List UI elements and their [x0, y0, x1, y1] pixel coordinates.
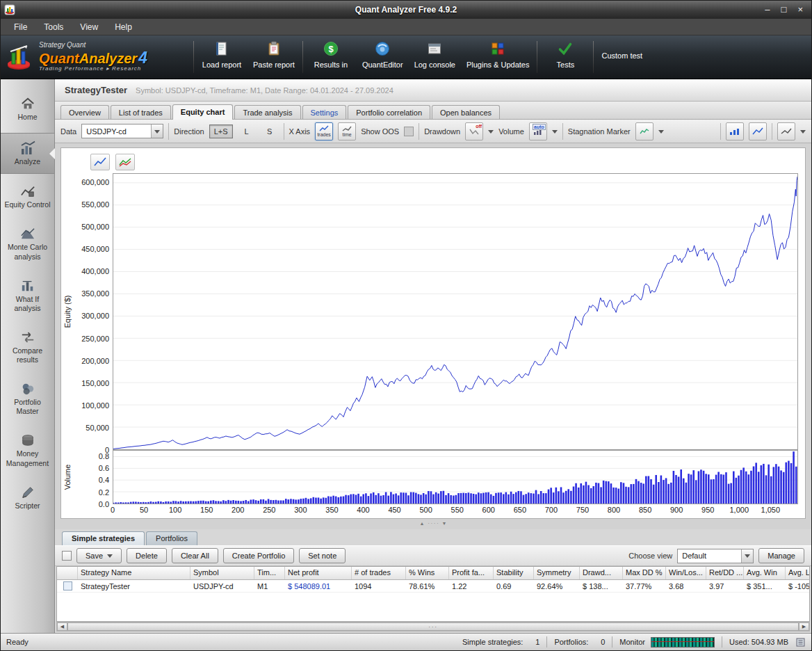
- row-checkbox[interactable]: [63, 581, 72, 590]
- direction-long-button[interactable]: L: [238, 124, 256, 138]
- save-button[interactable]: Save: [76, 548, 122, 563]
- tab-portfolio-correlation[interactable]: Portfolio correlation: [348, 105, 430, 119]
- column-pct-wins[interactable]: % Wins: [406, 567, 449, 579]
- splitter-down-icon[interactable]: ▼: [442, 521, 447, 526]
- column-avg-loss[interactable]: Avg. Los...: [786, 567, 810, 579]
- column-profit-factor[interactable]: Profit fa...: [449, 567, 494, 579]
- menu-view[interactable]: View: [72, 20, 106, 34]
- column-stability[interactable]: Stability: [494, 567, 534, 579]
- memory-bin-icon[interactable]: [795, 637, 806, 648]
- histogram-view-button[interactable]: [726, 122, 744, 140]
- horizontal-scrollbar[interactable]: ◀ ∙∙∙ ▶: [56, 622, 810, 632]
- column-strategy-name[interactable]: Strategy Name: [78, 567, 190, 579]
- line-view-button[interactable]: [749, 122, 767, 140]
- scroll-left-arrow[interactable]: ◀: [57, 622, 67, 631]
- sidebar-item-label: Home: [17, 113, 37, 122]
- splitter-up-icon[interactable]: ▲: [419, 521, 424, 526]
- column-num-trades[interactable]: # of trades: [352, 567, 406, 579]
- column-timeframe[interactable]: Tim...: [254, 567, 285, 579]
- sidebar-item-analyze[interactable]: Analyze: [1, 133, 54, 174]
- stagnation-marker-button[interactable]: [635, 122, 653, 140]
- splitter-pager[interactable]: ▲ · · · · ▼: [55, 519, 811, 528]
- stagnation-marker-label: Stagnation Marker: [568, 127, 631, 136]
- header-checkbox-column: [57, 567, 78, 579]
- manage-button[interactable]: Manage: [758, 548, 804, 563]
- paste-report-button[interactable]: Paste report: [247, 35, 300, 79]
- quanteditor-button[interactable]: QuantEditor: [357, 35, 409, 79]
- equity-plot[interactable]: [113, 173, 798, 450]
- set-note-button[interactable]: Set note: [299, 548, 346, 563]
- data-label: Data: [60, 127, 76, 136]
- data-combobox[interactable]: USDJPY-cd: [81, 124, 163, 138]
- direction-long-short-button[interactable]: L+S: [209, 124, 233, 138]
- sidebar-item-scripter[interactable]: Scripter: [1, 479, 54, 517]
- direction-short-button[interactable]: S: [261, 124, 279, 138]
- stagnation-dropdown-arrow[interactable]: [658, 130, 664, 136]
- clear-all-button[interactable]: Clear All: [172, 548, 218, 563]
- sidebar-item-compare-results[interactable]: Compare results: [1, 324, 54, 371]
- results-in-button[interactable]: $ Results in: [305, 35, 357, 79]
- xaxis-trades-button[interactable]: trades: [315, 122, 333, 140]
- tab-overview[interactable]: Overview: [60, 105, 109, 119]
- menu-help[interactable]: Help: [107, 20, 140, 34]
- xaxis-time-button[interactable]: time: [338, 122, 356, 140]
- column-ret-dd[interactable]: Ret/DD ...: [706, 567, 744, 579]
- scroll-right-arrow[interactable]: ▶: [799, 622, 809, 631]
- tab-equity-chart[interactable]: Equity chart: [172, 104, 234, 120]
- save-dropdown-arrow[interactable]: [107, 554, 113, 561]
- column-net-profit[interactable]: Net profit: [285, 567, 352, 579]
- chart-type-button[interactable]: [777, 122, 795, 140]
- table-row[interactable]: StrategyTester USDJPY-cd M1 $ 548089.01 …: [57, 580, 809, 593]
- volume-dropdown-arrow[interactable]: [552, 130, 558, 136]
- tab-trade-analysis[interactable]: Trade analysis: [234, 105, 300, 119]
- sidebar-item-money-management[interactable]: Money Management: [1, 427, 54, 474]
- maximize-button[interactable]: □: [781, 1, 787, 19]
- delete-button[interactable]: Delete: [127, 548, 167, 563]
- column-drawdown[interactable]: Drawd...: [580, 567, 623, 579]
- column-avg-win[interactable]: Avg. Win: [744, 567, 786, 579]
- drawdown-dropdown-arrow[interactable]: [488, 130, 494, 136]
- drawdown-button[interactable]: off: [465, 122, 483, 140]
- tab-list-of-trades[interactable]: List of trades: [111, 105, 171, 119]
- column-win-loss[interactable]: Win/Los...: [666, 567, 706, 579]
- volume-button[interactable]: auto: [529, 122, 547, 140]
- multi-series-chart-button[interactable]: [115, 154, 135, 170]
- sidebar-item-home[interactable]: Home: [1, 90, 54, 129]
- column-symmetry[interactable]: Symmetry: [534, 567, 580, 579]
- show-oos-checkbox[interactable]: [404, 127, 414, 136]
- cell-symbol: USDJPY-cd: [190, 582, 254, 590]
- plugins-updates-button[interactable]: Plugins & Updates: [461, 35, 535, 79]
- load-report-button[interactable]: Load report: [196, 35, 247, 79]
- tests-button[interactable]: Tests: [539, 35, 591, 79]
- column-max-dd[interactable]: Max DD %: [623, 567, 666, 579]
- column-symbol[interactable]: Symbol: [190, 567, 254, 579]
- sidebar-item-portfolio-master[interactable]: Portfolio Master: [1, 376, 54, 423]
- select-all-checkbox[interactable]: [62, 551, 72, 561]
- tab-settings[interactable]: Settings: [302, 105, 347, 119]
- menu-tools[interactable]: Tools: [36, 20, 71, 34]
- multi-series-icon: [119, 157, 131, 167]
- scrollbar-thumb[interactable]: ∙∙∙: [67, 622, 799, 631]
- menu-file[interactable]: File: [6, 20, 35, 34]
- chart-type-dropdown-arrow[interactable]: [800, 130, 806, 136]
- x-axis-tick: 200: [232, 506, 244, 514]
- sidebar-item-what-if[interactable]: What If analysis: [1, 273, 54, 320]
- sidebar-item-label: Equity Control: [5, 200, 51, 209]
- tab-portfolios[interactable]: Portfolios: [146, 531, 197, 545]
- minimize-button[interactable]: –: [765, 1, 770, 19]
- volume-plot[interactable]: [113, 450, 798, 504]
- tab-open-balances[interactable]: Open balances: [432, 105, 500, 119]
- chevron-down-icon[interactable]: [151, 124, 163, 138]
- custom-test-button[interactable]: Custom test: [596, 35, 648, 79]
- log-console-button[interactable]: Log console: [409, 35, 461, 79]
- sidebar-item-monte-carlo[interactable]: Monte Carlo analysis: [1, 220, 54, 268]
- tab-simple-strategies[interactable]: Simple strategies: [62, 531, 145, 545]
- sidebar-item-equity-control[interactable]: Equity Control: [1, 178, 54, 216]
- choose-view-combobox[interactable]: Default: [677, 549, 754, 563]
- toolbar-separator: [537, 41, 537, 73]
- close-button[interactable]: ×: [797, 1, 803, 19]
- create-portfolio-button[interactable]: Create Portfolio: [223, 548, 294, 563]
- xaxis-label: X Axis: [289, 127, 311, 136]
- equity-line-chart-button[interactable]: [90, 154, 110, 170]
- chevron-down-icon[interactable]: [741, 549, 753, 563]
